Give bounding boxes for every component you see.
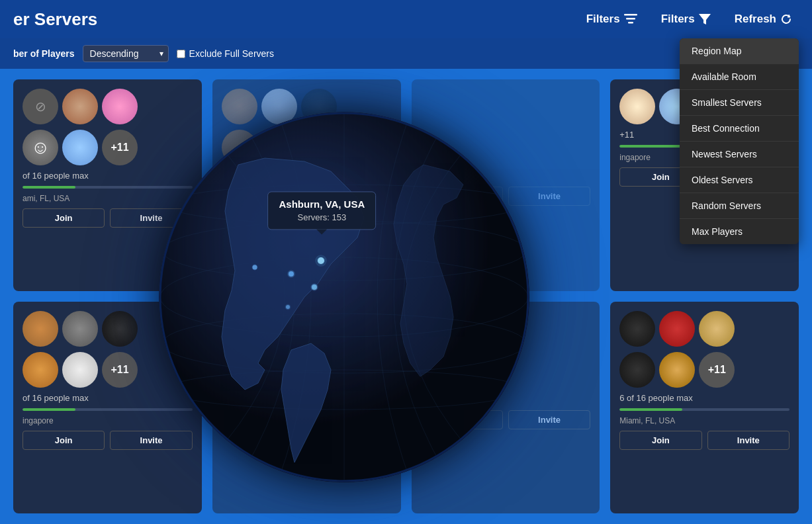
avatar-row-8	[619, 311, 789, 347]
svg-rect-0	[624, 14, 637, 16]
svg-point-16	[312, 284, 317, 290]
avatar	[619, 352, 655, 388]
progress-fill-1	[23, 186, 75, 189]
svg-point-14	[318, 257, 324, 264]
dropdown-item-max-players[interactable]: Max Players	[680, 219, 799, 244]
refresh-icon	[780, 13, 792, 25]
avatar	[62, 352, 98, 388]
avatar: ☺	[23, 130, 58, 165]
progress-bar-8	[619, 408, 789, 411]
filters-label-1: Filters	[586, 13, 620, 26]
globe-svg	[159, 112, 529, 482]
avatar	[619, 311, 655, 347]
avatar	[699, 311, 735, 347]
svg-marker-3	[699, 14, 711, 24]
server-card-8: +11 6 of 16 people max Miami, FL, USA Jo…	[610, 302, 799, 513]
globe-sphere: Ashburn, VA, USA Servers: 153	[159, 112, 529, 482]
avatar: ⊘	[23, 89, 58, 124]
svg-point-20	[253, 265, 257, 270]
join-button-8[interactable]: Join	[619, 431, 701, 450]
avatar-row-8b: +11	[619, 352, 789, 388]
avatar	[619, 89, 655, 124]
dropdown-item-best-connection[interactable]: Best Connection	[680, 116, 799, 142]
dropdown-item-smallest-servers[interactable]: Smallest Servers	[680, 90, 799, 116]
player-count-8: 6 of 16 people max	[619, 393, 789, 403]
sort-label: ber of Players	[13, 48, 75, 59]
dropdown-item-random-servers[interactable]: Random Servers	[680, 193, 799, 219]
filters-button-2[interactable]: Filters	[654, 9, 717, 30]
exclude-full-servers-area[interactable]: Exclude Full Servers	[177, 48, 274, 59]
avatar	[62, 89, 98, 124]
exclude-label: Exclude Full Servers	[189, 48, 274, 59]
dropdown-item-oldest-servers[interactable]: Oldest Servers	[680, 167, 799, 193]
refresh-button[interactable]: Refresh	[728, 9, 799, 30]
svg-point-22	[286, 305, 290, 309]
funnel-icon	[699, 14, 711, 24]
progress-fill-5	[23, 408, 75, 411]
globe-overlay: Ashburn, VA, USA Servers: 153	[132, 69, 556, 524]
filters-dropdown: Region Map Available Room Smallest Serve…	[680, 38, 799, 244]
svg-rect-1	[626, 18, 635, 20]
svg-rect-2	[628, 22, 633, 24]
svg-point-18	[289, 271, 294, 277]
invite-button-8[interactable]: Invite	[707, 431, 789, 450]
join-button-5[interactable]: Join	[23, 431, 105, 450]
sort-dropdown-wrapper[interactable]: Descending Ascending	[83, 45, 169, 62]
globe-container: Ashburn, VA, USA Servers: 153	[146, 82, 543, 512]
avatar	[23, 311, 58, 347]
exclude-checkbox[interactable]	[177, 50, 185, 58]
filters-label-2: Filters	[661, 13, 695, 26]
filter-lines-icon	[624, 14, 637, 24]
join-button-1[interactable]: Join	[23, 208, 105, 228]
avatar	[62, 130, 98, 165]
header-actions: Filters Filters Refresh	[580, 9, 799, 30]
server-location-8: Miami, FL, USA	[619, 416, 789, 425]
avatar-plus-8: +11	[699, 352, 735, 388]
avatar	[659, 352, 695, 388]
dropdown-item-available-room[interactable]: Available Room	[680, 64, 799, 90]
progress-fill-8	[619, 408, 682, 411]
dropdown-item-region-map[interactable]: Region Map	[680, 38, 799, 64]
avatar	[62, 311, 98, 347]
refresh-label: Refresh	[735, 13, 776, 26]
dropdown-item-newest-servers[interactable]: Newest Servers	[680, 142, 799, 167]
avatar	[659, 311, 695, 347]
sort-dropdown[interactable]: Descending Ascending	[83, 45, 169, 62]
filters-button-1[interactable]: Filters	[580, 9, 644, 30]
card-buttons-8: Join Invite	[619, 431, 789, 450]
page-title: er Servers	[13, 9, 97, 30]
avatar	[23, 352, 58, 388]
header: er Servers Filters Filters Refresh	[0, 0, 812, 38]
